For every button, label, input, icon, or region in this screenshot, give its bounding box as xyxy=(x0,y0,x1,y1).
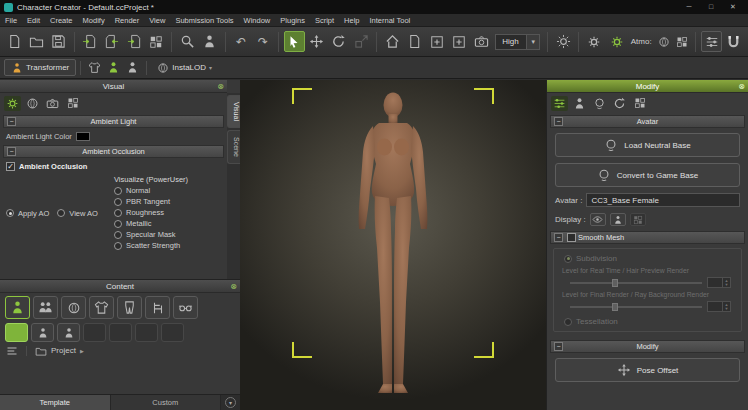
view-ao-radio-row[interactable]: View AO xyxy=(57,208,98,219)
atmo-sky-button[interactable] xyxy=(656,33,672,50)
pose-avatar-button[interactable] xyxy=(200,31,220,52)
menu-create[interactable]: Create xyxy=(45,14,78,27)
move-tool-button[interactable] xyxy=(307,31,327,52)
smooth-mesh-checkbox[interactable] xyxy=(567,233,576,242)
maximize-button[interactable]: □ xyxy=(700,0,722,14)
atmosphere-settings-button[interactable] xyxy=(607,31,627,52)
close-panel-icon[interactable]: ⊗ xyxy=(230,280,237,293)
menu-render[interactable]: Render xyxy=(110,14,145,27)
snap-magnet-button[interactable] xyxy=(724,31,744,52)
redo-button[interactable]: ↷ xyxy=(253,31,273,52)
render-camera-button[interactable] xyxy=(471,31,491,52)
save-project-button[interactable] xyxy=(48,31,68,52)
avatar-name-input[interactable] xyxy=(586,193,740,207)
contact-sheet-button[interactable] xyxy=(146,31,166,52)
tab-custom[interactable]: Custom xyxy=(111,395,222,410)
morph-tab[interactable] xyxy=(591,96,608,111)
category-avatar[interactable] xyxy=(5,296,30,319)
display-body-button[interactable] xyxy=(610,213,626,226)
tab-visual[interactable]: Visual xyxy=(227,95,240,128)
preferences-button[interactable] xyxy=(701,31,721,52)
metallic-radio[interactable] xyxy=(114,220,122,228)
view-ao-radio[interactable] xyxy=(57,209,65,217)
transformer-button[interactable]: Transformer xyxy=(4,59,76,76)
open-project-button[interactable] xyxy=(26,31,46,52)
close-panel-icon[interactable]: ⊗ xyxy=(217,80,224,93)
category-cloth[interactable] xyxy=(89,296,114,319)
menu-script[interactable]: Script xyxy=(310,14,339,27)
instalod-button[interactable]: InstaLOD ▾ xyxy=(151,59,218,76)
home-view-button[interactable] xyxy=(382,31,402,52)
export-button[interactable] xyxy=(102,31,122,52)
load-neutral-base-button[interactable]: Load Neutral Base xyxy=(555,133,740,157)
close-panel-icon[interactable]: ⊗ xyxy=(738,80,745,93)
new-project-button[interactable] xyxy=(4,31,24,52)
menu-internal-tool[interactable]: Internal Tool xyxy=(365,14,416,27)
menu-submission-tools[interactable]: Submission Tools xyxy=(170,14,238,27)
tab-scene[interactable]: Scene xyxy=(227,130,240,164)
apply-ao-radio[interactable] xyxy=(6,209,14,217)
subcategory-selected[interactable] xyxy=(5,323,28,342)
apply-ao-radio-row[interactable]: Apply AO xyxy=(6,208,49,219)
scatter-strength-radio[interactable] xyxy=(114,242,122,250)
category-accessories[interactable] xyxy=(173,296,198,319)
menu-window[interactable]: Window xyxy=(239,14,276,27)
category-props[interactable] xyxy=(145,296,170,319)
menu-modify[interactable]: Modify xyxy=(78,14,110,27)
effects-button[interactable] xyxy=(584,31,604,52)
tab-template[interactable]: Template xyxy=(0,395,111,410)
scale-tool-button[interactable] xyxy=(351,31,371,52)
menu-file[interactable]: File xyxy=(0,14,22,27)
camera-settings-tab[interactable] xyxy=(44,96,61,111)
ambient-occlusion-checkbox[interactable]: ✓ xyxy=(6,162,15,171)
visualize-option-row[interactable]: Scatter Strength xyxy=(114,240,221,251)
expand-icon[interactable]: ▾ xyxy=(225,397,236,408)
material-tab[interactable] xyxy=(631,96,648,111)
visualize-option-row[interactable]: Normal xyxy=(114,185,221,196)
subcategory-add[interactable] xyxy=(57,323,80,342)
specular-mask-radio[interactable] xyxy=(114,231,122,239)
visualize-option-row[interactable]: Roughness xyxy=(114,207,221,218)
pbr-tangent-radio[interactable] xyxy=(114,198,122,206)
list-view-icon[interactable] xyxy=(6,345,18,357)
category-skin[interactable] xyxy=(61,296,86,319)
shading-tab[interactable] xyxy=(24,96,41,111)
add-camera-button[interactable] xyxy=(449,31,469,52)
snapshot-button[interactable] xyxy=(404,31,424,52)
normal-radio[interactable] xyxy=(114,187,122,195)
rotate-tool-button[interactable] xyxy=(329,31,349,52)
undo-button[interactable]: ↶ xyxy=(231,31,251,52)
pose-offset-button[interactable]: Pose Offset xyxy=(555,358,740,382)
wardrobe-button[interactable] xyxy=(86,59,103,76)
menu-help[interactable]: Help xyxy=(339,14,364,27)
viewport-3d[interactable] xyxy=(240,80,546,410)
category-morph[interactable] xyxy=(33,296,58,319)
import-button[interactable] xyxy=(80,31,100,52)
add-view-button[interactable] xyxy=(427,31,447,52)
proportion-button[interactable] xyxy=(124,59,141,76)
breadcrumb[interactable]: Project xyxy=(51,346,76,355)
convert-to-game-base-button[interactable]: Convert to Game Base xyxy=(555,163,740,187)
zoom-avatar-button[interactable] xyxy=(177,31,197,52)
attribute-tab[interactable] xyxy=(551,96,568,111)
menu-view[interactable]: View xyxy=(144,14,170,27)
quality-dropdown[interactable]: High ▼ xyxy=(495,34,540,50)
motion-tab[interactable] xyxy=(611,96,628,111)
category-pants[interactable] xyxy=(117,296,142,319)
collapse-icon[interactable]: − xyxy=(554,233,563,242)
select-tool-button[interactable] xyxy=(284,31,304,52)
menu-plugins[interactable]: Plugins xyxy=(275,14,310,27)
menu-edit[interactable]: Edit xyxy=(22,14,45,27)
render-settings-tab[interactable] xyxy=(4,96,21,111)
export-fbx-button[interactable] xyxy=(124,31,144,52)
ambient-light-color-swatch[interactable] xyxy=(76,132,90,141)
atmo-fog-button[interactable] xyxy=(674,33,690,50)
display-eye-button[interactable] xyxy=(590,213,606,226)
roughness-radio[interactable] xyxy=(114,209,122,217)
subcategory-bust[interactable] xyxy=(31,323,54,342)
visualize-option-row[interactable]: Specular Mask xyxy=(114,229,221,240)
close-button[interactable]: ✕ xyxy=(722,0,744,14)
character-mode-button[interactable] xyxy=(105,59,122,76)
shadow-settings-tab[interactable] xyxy=(64,96,81,111)
avatar-edit-tab[interactable] xyxy=(571,96,588,111)
